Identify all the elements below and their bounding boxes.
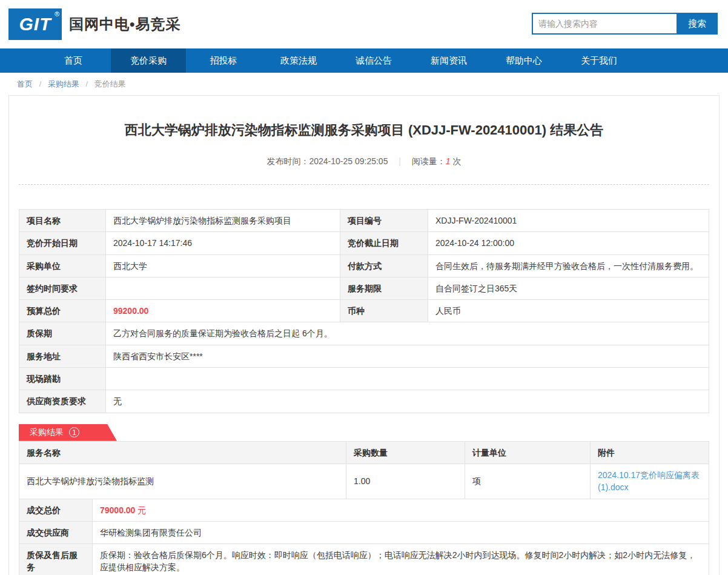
deal-total-amount: 79000.00 <box>100 505 135 515</box>
site-survey-label: 现场踏勘 <box>19 368 106 390</box>
table-row: 项目名称 西北大学锅炉排放污染物指标监测服务采购项目 项目编号 XDJJ-FW-… <box>19 210 709 232</box>
breadcrumb-home[interactable]: 首页 <box>17 79 33 88</box>
budget-value: 99200.00 <box>106 300 340 322</box>
project-no-value: XDJJ-FW-202410001 <box>428 210 709 232</box>
search-button[interactable]: 搜索 <box>677 13 718 35</box>
dashed-divider <box>19 184 709 185</box>
registered-trademark-icon: ® <box>55 10 59 18</box>
service-name-header: 服务名称 <box>19 441 346 464</box>
main-nav: 首页 竞价采购 招投标 政策法规 诚信公告 新闻资讯 帮助中心 关于我们 <box>0 48 728 73</box>
supplier-qualification-label: 供应商资质要求 <box>19 390 106 413</box>
project-details-table: 项目名称 西北大学锅炉排放污染物指标监测服务采购项目 项目编号 XDJJ-FW-… <box>19 209 709 413</box>
breadcrumb-current: 竞价结果 <box>94 79 126 88</box>
badge-label: 采购结果 <box>30 427 64 438</box>
bid-end-value: 2024-10-24 12:00:00 <box>428 232 709 254</box>
table-row: 采购单位 西北大学 付款方式 合同生效后，待服务期满并经甲方验收合格后，一次性付… <box>19 254 709 277</box>
service-term-value: 自合同签订之日365天 <box>428 277 709 299</box>
table-row: 预算总价 99200.00 币种 人民币 <box>19 300 709 322</box>
quantity-header: 采购数量 <box>346 441 465 464</box>
sign-time-value <box>106 277 340 299</box>
supplier-qualification-value: 无 <box>106 390 709 413</box>
purchase-result-badge: 采购结果 1 <box>19 424 117 441</box>
table-row: 西北大学锅炉排放污染物指标监测 1.00 项 2024.10.17竞价响应偏离表… <box>19 464 709 499</box>
search-bar: 搜索 <box>532 13 718 35</box>
deal-summary-table: 成交总价 79000.00 元 成交供应商 华研检测集团有限责任公司 质保及售后… <box>19 499 709 575</box>
winning-supplier-label: 成交供应商 <box>19 521 93 543</box>
nav-item-news[interactable]: 新闻资讯 <box>411 48 486 73</box>
winning-supplier-value: 华研检测集团有限责任公司 <box>93 521 709 543</box>
breadcrumb-purchase-results[interactable]: 采购结果 <box>48 79 79 88</box>
attachment-link[interactable]: 2024.10.17竞价响应偏离表(1).docx <box>598 469 701 494</box>
quantity-cell: 1.00 <box>346 464 465 499</box>
after-sale-label: 质保及售后服务 <box>19 544 93 575</box>
views-label: 阅读量： <box>412 156 446 166</box>
bid-start-label: 竞价开始日期 <box>19 232 106 254</box>
table-row: 成交供应商 华研检测集团有限责任公司 <box>19 521 709 543</box>
site-survey-value <box>106 368 709 390</box>
bid-start-value: 2024-10-17 14:17:46 <box>106 232 340 254</box>
project-name-value: 西北大学锅炉排放污染物指标监测服务采购项目 <box>106 210 340 232</box>
meta-divider: | <box>399 156 401 166</box>
breadcrumb-separator: / <box>86 79 88 88</box>
service-address-label: 服务地址 <box>19 345 106 367</box>
nav-item-bidding-purchase[interactable]: 竞价采购 <box>111 48 186 73</box>
service-name-cell: 西北大学锅炉排放污染物指标监测 <box>19 464 346 499</box>
service-term-label: 服务期限 <box>340 277 428 299</box>
site-name: 国网中电•易竞采 <box>69 15 180 34</box>
sign-time-label: 签约时间要求 <box>19 277 106 299</box>
table-row: 供应商资质要求 无 <box>19 390 709 413</box>
currency-label: 币种 <box>340 300 428 322</box>
nav-item-tenders[interactable]: 招投标 <box>186 48 261 73</box>
deal-total-unit: 元 <box>137 505 146 515</box>
table-row: 签约时间要求 服务期限 自合同签订之日365天 <box>19 277 709 299</box>
nav-item-home[interactable]: 首页 <box>36 48 111 73</box>
page-title: 西北大学锅炉排放污染物指标监测服务采购项目 (XDJJ-FW-202410001… <box>19 121 709 139</box>
table-row: 现场踏勘 <box>19 368 709 390</box>
table-header-row: 服务名称 采购数量 计量单位 附件 <box>19 441 709 464</box>
currency-value: 人民币 <box>428 300 709 322</box>
logo-text: GIT <box>19 14 51 35</box>
site-logo[interactable]: GIT ® <box>8 8 62 40</box>
unit-cell: 项 <box>465 464 591 499</box>
payment-label: 付款方式 <box>340 254 428 277</box>
project-no-label: 项目编号 <box>340 210 428 232</box>
payment-value: 合同生效后，待服务期满并经甲方验收合格后，一次性付清服务费用。 <box>428 254 709 277</box>
search-input[interactable] <box>532 13 677 35</box>
breadcrumb: 首页 / 采购结果 / 竞价结果 <box>0 73 728 95</box>
nav-item-integrity-notices[interactable]: 诚信公告 <box>336 48 411 73</box>
publish-time: 2024-10-25 09:25:05 <box>309 156 388 166</box>
attachment-header: 附件 <box>591 441 709 464</box>
table-row: 服务地址 陕西省西安市长安区**** <box>19 345 709 367</box>
after-sale-value: 质保期：验收合格后质保期6个月。响应时效：即时响应（包括电话响应）；电话响应无法… <box>93 544 709 575</box>
nav-item-about-us[interactable]: 关于我们 <box>561 48 637 73</box>
table-row: 质保及售后服务 质保期：验收合格后质保期6个月。响应时效：即时响应（包括电话响应… <box>19 544 709 575</box>
unit-header: 计量单位 <box>465 441 591 464</box>
buyer-value: 西北大学 <box>106 254 340 277</box>
nav-item-help-center[interactable]: 帮助中心 <box>486 48 561 73</box>
nav-item-policies[interactable]: 政策法规 <box>261 48 336 73</box>
warranty-label: 质保期 <box>19 322 106 345</box>
publish-time-label: 发布时间： <box>266 156 309 166</box>
views-unit: 次 <box>453 156 462 166</box>
warranty-value: 乙方对合同服务的质量保证期为验收合格后之日起 6个月。 <box>106 322 709 345</box>
badge-count-circle-icon: 1 <box>69 427 79 437</box>
deal-total-label: 成交总价 <box>19 499 93 521</box>
project-name-label: 项目名称 <box>19 210 106 232</box>
budget-label: 预算总价 <box>19 300 106 322</box>
bid-end-label: 竞价截止日期 <box>340 232 428 254</box>
table-row: 质保期 乙方对合同服务的质量保证期为验收合格后之日起 6个月。 <box>19 322 709 345</box>
article-meta: 发布时间：2024-10-25 09:25:05 | 阅读量：1 次 <box>19 156 709 167</box>
site-header: GIT ® 国网中电•易竞采 搜索 <box>0 0 728 48</box>
table-row: 成交总价 79000.00 元 <box>19 499 709 521</box>
service-address-value: 陕西省西安市长安区**** <box>106 345 709 367</box>
purchase-result-table: 服务名称 采购数量 计量单位 附件 西北大学锅炉排放污染物指标监测 1.00 项… <box>19 441 709 499</box>
breadcrumb-separator: / <box>39 79 42 88</box>
buyer-label: 采购单位 <box>19 254 106 277</box>
table-row: 竞价开始日期 2024-10-17 14:17:46 竞价截止日期 2024-1… <box>19 232 709 254</box>
views-count: 1 <box>446 156 451 166</box>
content-card: 西北大学锅炉排放污染物指标监测服务采购项目 (XDJJ-FW-202410001… <box>8 95 720 575</box>
